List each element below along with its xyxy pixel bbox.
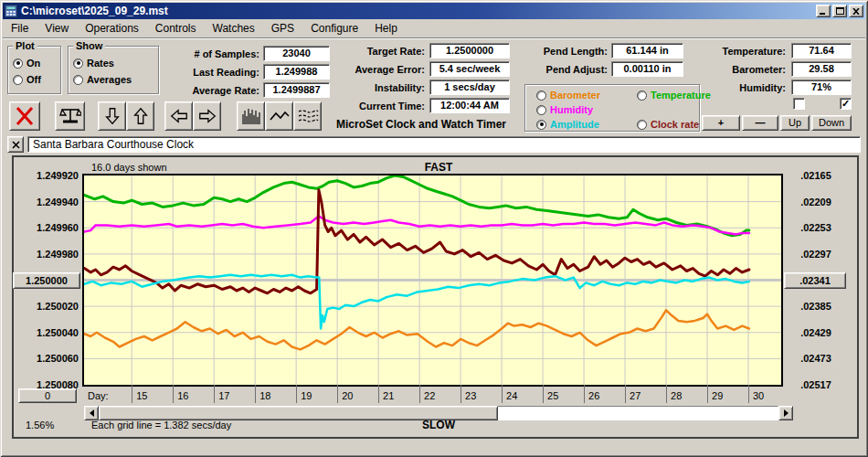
radio-humidity[interactable]: Humidity <box>536 104 593 115</box>
day-label: 27 <box>630 389 653 402</box>
menu-help[interactable]: Help <box>366 19 406 37</box>
right-axis-label: .02165 <box>786 169 846 182</box>
right-axis-label: .02429 <box>786 326 846 339</box>
radio-dot-icon <box>536 120 546 130</box>
arrow-left-icon <box>168 106 190 126</box>
target-rate-label: Target Rate: <box>315 46 425 58</box>
plot-area[interactable] <box>82 174 783 387</box>
radio-plot-off[interactable]: Off <box>13 74 41 85</box>
balance-scale-icon <box>59 105 81 127</box>
day-tick <box>460 385 461 403</box>
shift-down-button[interactable] <box>98 101 126 131</box>
plot-groupbox <box>7 46 61 94</box>
day-tick <box>666 385 667 403</box>
plot-svg <box>84 175 781 385</box>
shift-up-button[interactable] <box>126 101 154 131</box>
menu-file[interactable]: File <box>3 19 37 37</box>
plot-group-legend: Plot <box>13 40 37 51</box>
menu-operations[interactable]: Operations <box>77 19 147 37</box>
app-caption: MicroSet Clock and Watch Timer <box>336 118 506 131</box>
histogram-icon <box>240 105 262 127</box>
plus-button[interactable]: + <box>702 115 740 131</box>
arrow-down-icon <box>102 105 122 127</box>
maximize-icon <box>836 7 844 15</box>
day-tick <box>173 385 174 403</box>
up-button[interactable]: Up <box>780 115 810 131</box>
title-bar: C:\microset\2025_09_29.mst <box>3 3 865 19</box>
average-error-label: Average Error: <box>315 64 425 76</box>
pend-adjust-label: Pend Adjust: <box>516 64 608 76</box>
day-label: 21 <box>383 389 407 402</box>
barometer-value: 29.58 <box>791 61 852 77</box>
menu-watches[interactable]: Watches <box>205 19 263 37</box>
day-label: 29 <box>712 389 736 402</box>
left-axis-button[interactable]: 1.250000 <box>13 272 80 289</box>
day-tick <box>419 385 420 403</box>
arrow-right-icon <box>196 106 218 126</box>
minus-button[interactable]: — <box>742 115 778 131</box>
window-title: C:\microset\2025_09_29.mst <box>21 5 814 17</box>
clock-name-field[interactable]: Santa Barbara Courthouse Clock <box>27 136 861 153</box>
scroll-right-button[interactable] <box>193 101 221 131</box>
left-axis-label: 1.250020 <box>2 300 79 313</box>
radio-plot-on[interactable]: On <box>13 58 40 69</box>
histogram-view-button[interactable] <box>237 101 265 131</box>
menu-configure[interactable]: Configure <box>302 19 366 37</box>
multi-trace-view-button[interactable] <box>293 101 322 131</box>
line-view-button[interactable] <box>265 101 293 131</box>
clear-name-button[interactable] <box>7 136 24 153</box>
minimize-button[interactable] <box>816 5 831 17</box>
humidity-label: Humidity: <box>681 82 786 94</box>
barometer-label: Barometer: <box>681 64 786 76</box>
grid-note-label: Each grid line = 1.382 secs/day <box>91 419 231 431</box>
radio-show-averages-label: Averages <box>87 74 132 85</box>
close-icon <box>852 8 860 15</box>
delete-button[interactable] <box>9 101 40 131</box>
right-axis-label: .02517 <box>786 378 846 391</box>
day-label: 26 <box>588 389 612 402</box>
day-label: 15 <box>136 389 160 402</box>
day-tick <box>707 385 708 403</box>
scroll-left-button[interactable] <box>164 101 193 131</box>
day-label: 23 <box>465 389 489 402</box>
left-triangle-icon <box>90 409 94 417</box>
checkbox-right[interactable]: ✓ <box>840 98 852 110</box>
day-label: 20 <box>342 389 365 402</box>
radio-circle-icon <box>637 90 647 101</box>
day-label: 16 <box>177 389 201 402</box>
day-label: 22 <box>424 389 448 402</box>
radio-clock-rate[interactable]: Clock rate <box>637 119 699 130</box>
balance-button[interactable] <box>55 101 85 131</box>
red-x-icon <box>14 105 36 127</box>
radio-plot-on-label: On <box>26 58 40 69</box>
target-rate-value: 1.2500000 <box>429 43 510 58</box>
scrollbar-right-arrow[interactable] <box>778 406 793 420</box>
radio-amplitude[interactable]: Amplitude <box>536 119 599 130</box>
average-error-value: 5.4 sec/week <box>429 61 510 77</box>
radio-dot-icon <box>13 58 23 69</box>
small-x-icon <box>12 141 20 149</box>
day-label: 28 <box>671 389 694 402</box>
day-tick <box>378 385 379 403</box>
right-axis-label: .02385 <box>786 300 846 313</box>
down-button[interactable]: Down <box>811 115 852 131</box>
left-axis-label: 1.249960 <box>2 221 79 234</box>
menu-view[interactable]: View <box>37 19 77 37</box>
day-label: 25 <box>547 389 571 402</box>
radio-circle-icon <box>73 75 83 85</box>
right-axis-button[interactable]: .02341 <box>784 272 846 289</box>
day-label: 17 <box>218 389 242 402</box>
radio-show-averages[interactable]: Averages <box>73 74 132 85</box>
instability-label: Instability: <box>315 82 425 94</box>
maximize-button[interactable] <box>832 5 847 17</box>
menu-controls[interactable]: Controls <box>147 19 205 37</box>
close-button[interactable] <box>849 5 863 17</box>
menu-gps[interactable]: GPS <box>263 19 302 37</box>
day-tick <box>748 385 749 403</box>
instability-value: 1 secs/day <box>429 80 510 95</box>
checkbox-left[interactable] <box>793 98 805 110</box>
radio-barometer[interactable]: Barometer <box>536 90 600 101</box>
left-axis-label: 1.250060 <box>2 352 79 365</box>
right-axis-label: .02473 <box>786 352 846 365</box>
radio-show-rates[interactable]: Rates <box>73 58 114 69</box>
